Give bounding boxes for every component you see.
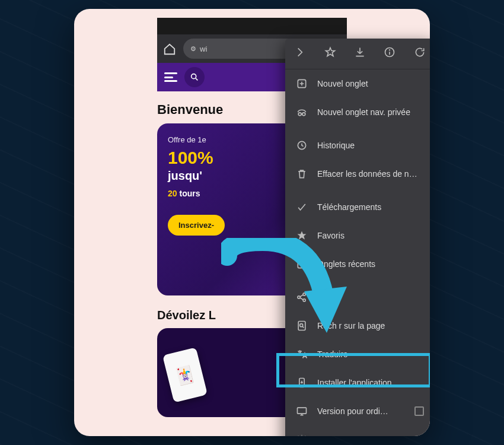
menu-label: Pa — [317, 293, 327, 302]
menu-downloads[interactable]: Téléchargements — [285, 193, 430, 221]
menu-find-in-page[interactable]: Rech r sur la page — [285, 312, 430, 340]
checkbox-icon[interactable] — [414, 406, 424, 416]
info-icon[interactable] — [378, 46, 401, 61]
svg-rect-22 — [298, 408, 307, 414]
svg-rect-12 — [298, 261, 305, 268]
browser-menu: Nouvel onglet Nouvel onglet nav. privée … — [285, 39, 430, 436]
install-icon — [296, 377, 308, 389]
menu-label: Historique — [317, 141, 355, 150]
menu-label: Effacer les données de n… — [317, 169, 417, 179]
menu-label: Installer l'application — [317, 378, 392, 387]
menu-new-private-tab[interactable]: Nouvel onglet nav. privée — [285, 98, 430, 126]
menu-label: Nouvel onglet — [317, 79, 368, 88]
menu-history[interactable]: Historique — [285, 131, 430, 160]
svg-rect-18 — [298, 322, 305, 330]
trash-icon — [296, 168, 308, 180]
menu-share[interactable]: Pa — [285, 283, 430, 312]
menu-new-tab[interactable]: Nouvel onglet — [285, 69, 430, 98]
plus-square-icon — [296, 78, 308, 90]
refresh-icon[interactable] — [408, 46, 430, 61]
menu-install-app[interactable]: Installer l'application — [285, 368, 430, 397]
menu-translate[interactable]: Traduire — [285, 340, 430, 368]
star-icon[interactable] — [318, 46, 342, 61]
menu-recent-tabs[interactable]: Onglets récents — [285, 250, 430, 278]
svg-line-17 — [300, 298, 304, 300]
tabs-icon — [296, 258, 308, 270]
site-settings-icon: ⚙ — [190, 45, 196, 53]
menu-label: Onglets récents — [317, 259, 375, 269]
menu-label: Rech r sur la page — [317, 321, 385, 330]
menu-label: Version pour ordi… — [317, 406, 388, 416]
playing-card-icon: 🃏 — [162, 347, 208, 403]
svg-point-9 — [302, 113, 305, 116]
svg-point-4 — [390, 50, 390, 50]
find-icon — [296, 320, 308, 332]
menu-toolbar — [285, 39, 430, 69]
desktop-icon — [296, 405, 308, 417]
menu-bookmarks[interactable]: Favoris — [285, 221, 430, 250]
menu-desktop-site[interactable]: Version pour ordi… — [285, 397, 430, 425]
menu-label: Traduire — [317, 349, 348, 359]
hamburger-icon[interactable] — [164, 72, 177, 82]
url-text: wi — [200, 44, 207, 53]
status-bar — [157, 18, 347, 34]
gear-icon — [296, 434, 308, 436]
menu-settings[interactable] — [285, 425, 430, 436]
star-filled-icon — [296, 230, 308, 241]
home-icon[interactable] — [163, 43, 176, 55]
spins-text: tours — [179, 189, 200, 198]
menu-label: Nouvel onglet nav. privée — [317, 107, 410, 117]
share-icon — [296, 291, 308, 303]
svg-line-20 — [302, 326, 304, 328]
history-icon — [296, 139, 308, 151]
menu-clear-data[interactable]: Effacer les données de n… — [285, 160, 430, 188]
svg-line-16 — [300, 295, 304, 297]
search-button[interactable] — [184, 67, 205, 87]
menu-label: Favoris — [317, 231, 344, 240]
signup-button[interactable]: Inscrivez- — [168, 215, 225, 236]
svg-line-1 — [196, 78, 197, 80]
svg-point-0 — [192, 74, 196, 79]
check-icon — [296, 201, 308, 213]
spins-number: 20 — [168, 189, 177, 198]
download-icon[interactable] — [348, 46, 372, 61]
svg-point-8 — [298, 113, 301, 116]
translate-icon — [296, 348, 308, 360]
forward-icon[interactable] — [288, 46, 312, 61]
instruction-card: ⚙ wi Bienvenue Offre de 1e 100% jusqu' 2… — [74, 9, 430, 436]
menu-label: Téléchargements — [317, 202, 381, 212]
incognito-icon — [296, 106, 308, 118]
